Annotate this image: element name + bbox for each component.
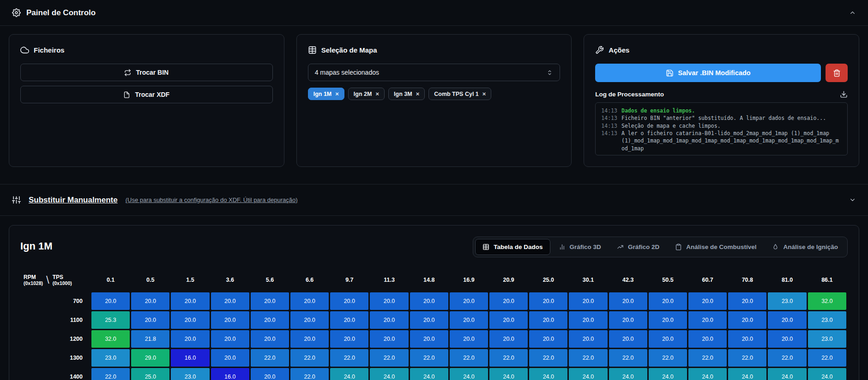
map-cell[interactable]: 32.0 [808, 292, 846, 310]
map-cell[interactable]: 20.0 [251, 292, 289, 310]
map-cell[interactable]: 20.0 [290, 311, 329, 329]
map-cell[interactable]: 22.0 [609, 349, 647, 367]
map-cell[interactable]: 22.0 [768, 349, 806, 367]
map-cell[interactable]: 24.0 [688, 368, 727, 380]
chevron-up-icon[interactable] [849, 9, 856, 16]
map-cell[interactable]: 20.0 [211, 292, 249, 310]
map-cell[interactable]: 20.0 [171, 311, 209, 329]
map-cell[interactable]: 20.0 [688, 292, 727, 310]
map-cell[interactable]: 20.0 [768, 311, 806, 329]
map-chip-ign-3m[interactable]: Ign 3M× [388, 88, 425, 100]
map-cell[interactable]: 22.0 [808, 349, 846, 367]
map-cell[interactable]: 22.0 [290, 349, 329, 367]
map-cell[interactable]: 20.0 [251, 311, 289, 329]
map-cell[interactable]: 20.0 [171, 292, 209, 310]
map-cell[interactable]: 20.0 [569, 330, 607, 348]
map-cell[interactable]: 24.0 [410, 368, 448, 380]
map-cell[interactable]: 24.0 [728, 368, 766, 380]
tab-tabela-de-dados[interactable]: Tabela de Dados [475, 239, 550, 255]
map-cell[interactable]: 20.0 [609, 311, 647, 329]
map-cell[interactable]: 22.0 [450, 349, 488, 367]
map-cell[interactable]: 23.0 [171, 368, 209, 380]
map-cell[interactable]: 20.0 [211, 330, 249, 348]
map-cell[interactable]: 20.0 [211, 349, 249, 367]
map-cell[interactable]: 24.0 [450, 368, 488, 380]
map-cell[interactable]: 22.0 [410, 349, 448, 367]
map-cell[interactable]: 20.0 [609, 292, 647, 310]
map-cell[interactable]: 20.0 [131, 311, 169, 329]
map-cell[interactable]: 25.0 [131, 368, 169, 380]
map-cell[interactable]: 20.0 [569, 311, 607, 329]
chip-close-icon[interactable]: × [375, 90, 379, 97]
swap-bin-button[interactable]: Trocar BIN [20, 64, 273, 81]
map-cell[interactable]: 25.3 [91, 311, 130, 329]
map-cell[interactable]: 22.0 [569, 349, 607, 367]
map-cell[interactable]: 24.0 [808, 368, 846, 380]
log-box[interactable]: 14:13Dados de ensaio limpos.14:13Ficheir… [595, 102, 848, 155]
map-cell[interactable]: 20.0 [290, 292, 329, 310]
map-cell[interactable]: 22.0 [370, 349, 408, 367]
map-cell[interactable]: 29.0 [131, 349, 169, 367]
map-cell[interactable]: 20.0 [450, 330, 488, 348]
map-cell[interactable]: 20.0 [728, 292, 766, 310]
map-cell[interactable]: 20.0 [649, 330, 687, 348]
tab-grafico-3d[interactable]: Gráfico 3D [551, 239, 609, 255]
map-cell[interactable]: 20.0 [330, 292, 368, 310]
map-cell[interactable]: 23.0 [808, 311, 846, 329]
map-cell[interactable]: 16.0 [211, 368, 249, 380]
map-cell[interactable]: 20.0 [450, 292, 488, 310]
map-cell[interactable]: 22.0 [91, 368, 130, 380]
map-cell[interactable]: 22.0 [489, 349, 528, 367]
map-cell[interactable]: 20.0 [370, 311, 408, 329]
map-cell[interactable]: 22.0 [649, 349, 687, 367]
map-cell[interactable]: 20.0 [489, 311, 528, 329]
map-cell[interactable]: 24.0 [569, 368, 607, 380]
chevron-down-icon[interactable] [849, 196, 856, 203]
map-cell[interactable]: 22.0 [728, 349, 766, 367]
map-cell[interactable]: 20.0 [649, 311, 687, 329]
tab-grafico-2d[interactable]: Gráfico 2D [609, 239, 667, 255]
delete-button[interactable] [826, 64, 848, 82]
map-cell[interactable]: 24.0 [768, 368, 806, 380]
map-chip-ign-1m[interactable]: Ign 1M× [308, 88, 344, 100]
map-cell[interactable]: 20.0 [609, 330, 647, 348]
map-cell[interactable]: 20.0 [330, 330, 368, 348]
map-cell[interactable]: 20.0 [688, 311, 727, 329]
chip-close-icon[interactable]: × [482, 90, 486, 97]
map-cell[interactable]: 22.0 [251, 349, 289, 367]
map-cell[interactable]: 20.0 [410, 330, 448, 348]
swap-xdf-button[interactable]: Trocar XDF [20, 86, 273, 103]
map-cell[interactable]: 22.0 [688, 349, 727, 367]
map-cell[interactable]: 24.0 [649, 368, 687, 380]
map-cell[interactable]: 32.0 [91, 330, 130, 348]
map-cell[interactable]: 20.0 [728, 330, 766, 348]
map-cell[interactable]: 20.0 [251, 368, 289, 380]
map-cell[interactable]: 20.0 [569, 292, 607, 310]
map-cell[interactable]: 22.0 [330, 349, 368, 367]
map-cell[interactable]: 20.0 [410, 292, 448, 310]
map-cell[interactable]: 20.0 [330, 311, 368, 329]
map-cell[interactable]: 20.0 [529, 311, 567, 329]
chip-close-icon[interactable]: × [416, 90, 420, 97]
map-cell[interactable]: 24.0 [529, 368, 567, 380]
map-cell[interactable]: 20.0 [688, 330, 727, 348]
map-chip-comb-tps-cyl-1[interactable]: Comb TPS Cyl 1× [428, 88, 491, 100]
map-cell[interactable]: 20.0 [211, 311, 249, 329]
manual-override-bar[interactable]: Substituir Manualmente (Use para substit… [0, 184, 868, 216]
map-cell[interactable]: 20.0 [450, 311, 488, 329]
map-cell[interactable]: 20.0 [131, 292, 169, 310]
tab-analise-de-combustivel[interactable]: Análise de Combustível [668, 239, 764, 255]
save-bin-button[interactable]: Salvar .BIN Modificado [595, 64, 821, 82]
map-chip-ign-2m[interactable]: Ign 2M× [348, 88, 385, 100]
map-select[interactable]: 4 mapas selecionados [308, 64, 561, 81]
map-cell[interactable]: 24.0 [370, 368, 408, 380]
map-cell[interactable]: 20.0 [290, 330, 329, 348]
manual-override-hint[interactable]: (Use para substituir a configuração do X… [126, 196, 298, 203]
map-cell[interactable]: 20.0 [489, 330, 528, 348]
map-cell[interactable]: 20.0 [728, 311, 766, 329]
map-cell[interactable]: 16.0 [171, 349, 209, 367]
map-cell[interactable]: 20.0 [251, 330, 289, 348]
map-cell[interactable]: 20.0 [529, 292, 567, 310]
chip-close-icon[interactable]: × [335, 90, 339, 97]
tab-analise-de-ignicao[interactable]: Análise de Ignição [765, 239, 845, 255]
